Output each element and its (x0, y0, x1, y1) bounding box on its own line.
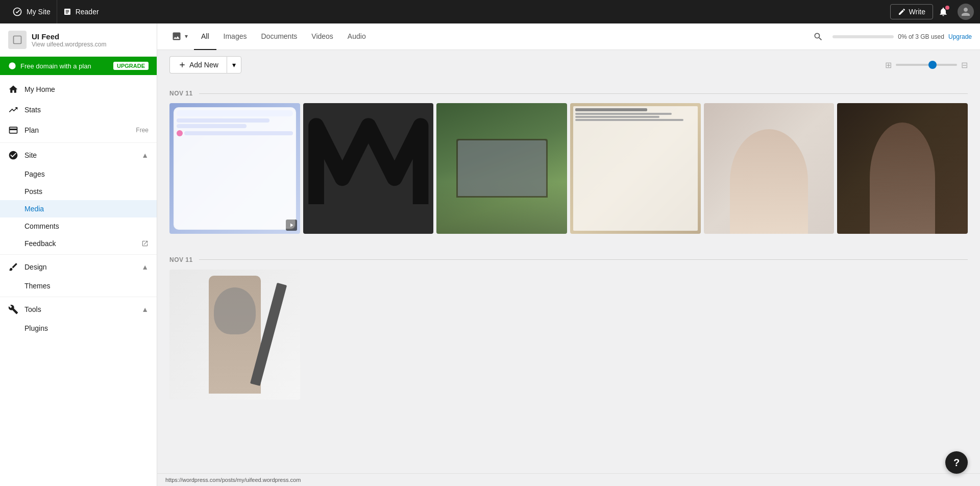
design-label: Design (24, 263, 47, 271)
sidebar-item-stats[interactable]: Stats (0, 100, 157, 120)
storage-upgrade-link[interactable]: Upgrade (948, 33, 972, 40)
media-toolbar: ▾ All Images Documents Videos Audio (157, 23, 980, 50)
tab-audio-label: Audio (348, 32, 366, 40)
play-badge-1 (286, 220, 297, 231)
tools-label: Tools (24, 305, 41, 313)
media-item-6[interactable] (837, 103, 968, 234)
topbar-right: Write (890, 4, 974, 20)
media-grid-1 (169, 103, 968, 234)
add-new-button[interactable]: Add New (169, 56, 227, 74)
plan-badge: Free (136, 127, 149, 134)
svg-rect-0 (14, 36, 21, 44)
posts-label: Posts (24, 187, 42, 196)
site-chevron-icon: ▲ (141, 151, 149, 159)
date-group-1: NOV 11 (157, 90, 980, 246)
site-nav-icon (8, 150, 18, 160)
storage-bar: 0% of 3 GB used Upgrade (832, 33, 972, 40)
gift-icon (8, 62, 16, 70)
add-new-group: Add New ▾ (169, 56, 241, 74)
sidebar: UI Feed View uifeed.wordpress.com Free d… (0, 23, 157, 486)
sidebar-item-site[interactable]: Site ▲ (0, 145, 157, 165)
tab-videos-label: Videos (311, 32, 333, 40)
reader-label: Reader (76, 8, 99, 16)
media-item-4[interactable] (570, 103, 701, 234)
site-name: UI Feed (32, 32, 107, 41)
sidebar-item-themes[interactable]: Themes (0, 277, 157, 295)
media-dropdown-chevron: ▾ (185, 33, 188, 40)
storage-text: 0% of 3 GB used (898, 33, 944, 40)
write-button[interactable]: Write (890, 4, 933, 19)
sidebar-item-plugins[interactable]: Plugins (0, 320, 157, 337)
my-site-button[interactable]: My Site (6, 0, 57, 23)
search-button[interactable] (810, 29, 826, 45)
view-slider-thumb (928, 61, 937, 69)
upgrade-badge[interactable]: UPGRADE (113, 62, 149, 70)
search-icon (813, 32, 823, 42)
tools-chevron-icon: ▲ (141, 305, 149, 313)
media-label: Media (24, 205, 44, 213)
status-url: https://wordpress.com/posts/my/uifeed.wo… (165, 477, 301, 483)
view-small-icon: ⊞ (885, 60, 892, 70)
tab-videos[interactable]: Videos (304, 23, 340, 50)
tab-audio[interactable]: Audio (340, 23, 373, 50)
comments-label: Comments (24, 222, 59, 230)
media-item-1[interactable] (169, 103, 300, 234)
sidebar-item-posts[interactable]: Posts (0, 183, 157, 200)
sidebar-item-pages[interactable]: Pages (0, 165, 157, 183)
add-icon (178, 61, 186, 69)
add-toolbar: Add New ▾ ⊞ ⊟ (157, 50, 980, 80)
sidebar-item-feedback[interactable]: Feedback (0, 235, 157, 252)
view-large-icon: ⊟ (961, 60, 968, 70)
play-icon (288, 222, 295, 228)
tab-all[interactable]: All (194, 23, 216, 50)
main-layout: UI Feed View uifeed.wordpress.com Free d… (0, 23, 980, 486)
plugins-label: Plugins (24, 324, 48, 332)
wordpress-icon (12, 7, 22, 17)
help-button[interactable]: ? (945, 451, 968, 474)
user-avatar-button[interactable] (958, 4, 974, 20)
date-label-1: NOV 11 (169, 90, 968, 97)
reader-button[interactable]: Reader (57, 8, 105, 16)
site-icon (8, 31, 27, 49)
sidebar-item-design[interactable]: Design ▲ (0, 257, 157, 277)
media-item-5[interactable] (704, 103, 835, 234)
media-icon-dropdown[interactable]: ▾ (165, 23, 194, 50)
media-content-area: Add New ▾ ⊞ ⊟ NOV 11 (157, 50, 980, 473)
site-url: View uifeed.wordpress.com (32, 41, 107, 48)
view-size-slider[interactable] (896, 64, 957, 66)
tab-images[interactable]: Images (216, 23, 254, 50)
upgrade-banner[interactable]: Free domain with a plan UPGRADE (0, 57, 157, 75)
themes-label: Themes (24, 282, 51, 290)
add-dropdown-button[interactable]: ▾ (227, 56, 241, 74)
tab-images-label: Images (224, 32, 247, 40)
main-content: ▾ All Images Documents Videos Audio (157, 23, 980, 486)
avatar-icon (961, 7, 971, 17)
media-item-3[interactable] (436, 103, 567, 234)
sidebar-item-tools[interactable]: Tools ▲ (0, 299, 157, 320)
media-item-7[interactable] (169, 270, 300, 400)
sidebar-item-media[interactable]: Media (0, 200, 157, 217)
notification-badge (945, 6, 949, 10)
tab-documents[interactable]: Documents (254, 23, 304, 50)
sidebar-item-my-home[interactable]: My Home (0, 79, 157, 100)
tools-icon (8, 304, 18, 314)
upgrade-banner-text: Free domain with a plan (20, 62, 91, 70)
site-header: UI Feed View uifeed.wordpress.com (0, 23, 157, 57)
add-dropdown-chevron: ▾ (232, 61, 236, 69)
media-item-2[interactable] (303, 103, 434, 234)
date-group-2: NOV 11 (157, 256, 980, 412)
sidebar-item-comments[interactable]: Comments (0, 217, 157, 235)
plan-label: Plan (24, 126, 39, 134)
tab-documents-label: Documents (261, 32, 297, 40)
topbar: My Site Reader Write (0, 0, 980, 23)
home-icon (8, 84, 18, 94)
sidebar-item-plan[interactable]: Plan Free (0, 120, 157, 140)
notifications-button[interactable] (935, 4, 951, 20)
site-label: Site (24, 151, 37, 159)
divider-3 (0, 297, 157, 297)
date-label-2: NOV 11 (169, 256, 968, 263)
divider-2 (0, 254, 157, 255)
external-link-icon (141, 240, 149, 247)
my-site-label: My Site (27, 8, 51, 16)
reader-icon (63, 8, 71, 16)
